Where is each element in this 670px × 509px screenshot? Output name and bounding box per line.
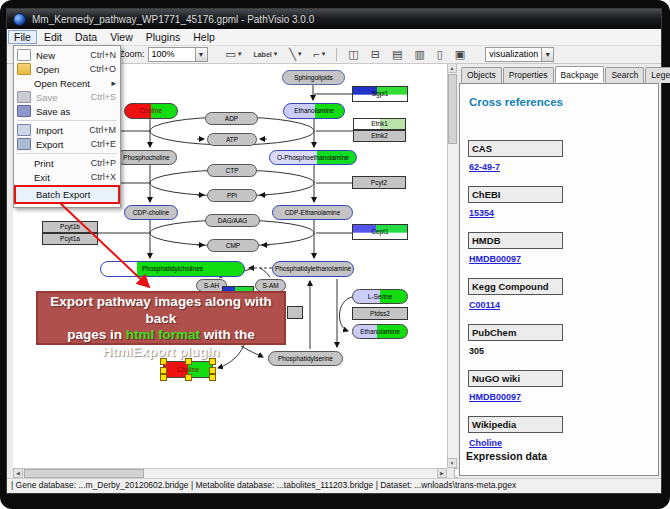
backpage-link-nugo-wiki[interactable]: HMDB00097: [469, 392, 521, 402]
tab-objects[interactable]: Objects: [461, 67, 502, 83]
gene-product-tool-icon: ▭: [226, 47, 236, 62]
common-size-height-button[interactable]: ▣: [451, 46, 469, 63]
canvas-vertical-scrollbar[interactable]: ▲ ▼: [447, 63, 457, 468]
backpage-link-hmdb[interactable]: HMDB00097: [469, 254, 521, 264]
file-menu-item-import[interactable]: ImportCtrl+M: [14, 123, 120, 137]
node-ppi[interactable]: PPi: [207, 189, 257, 202]
stack-vertical-button[interactable]: ▤: [388, 46, 406, 63]
backpage-link-cas[interactable]: 62-49-7: [469, 162, 500, 172]
menu-view[interactable]: View: [104, 30, 139, 44]
align-vertical-center-icon: ⊟: [371, 47, 380, 62]
visualization-dropdown-caret-icon[interactable]: ▼: [541, 48, 553, 61]
backpage-link-kegg-compound[interactable]: C00114: [469, 300, 500, 310]
node-label: Etnk2: [371, 131, 388, 141]
node-etnk2[interactable]: Etnk2: [353, 130, 406, 142]
file-menu-item-open-recent[interactable]: Open Recent▸: [14, 76, 120, 90]
scroll-up-icon[interactable]: ▲: [447, 63, 457, 73]
toolbar-separator: [336, 48, 337, 61]
file-menu-item-exit[interactable]: ExitCtrl+X: [14, 170, 120, 184]
node-reaction-box[interactable]: [287, 306, 303, 319]
open-icon: [17, 63, 31, 75]
node-sgpl1[interactable]: Sgpl1: [352, 86, 408, 102]
line-tool-button[interactable]: ╲▾: [285, 46, 305, 63]
node-cdp-ethanolamine[interactable]: CDP-Ethanolamine: [272, 205, 353, 220]
backpage-content[interactable]: Cross references CAS62-49-7ChEBI15354HMD…: [459, 83, 659, 476]
node-pcyt2[interactable]: Pcyt2: [352, 176, 406, 189]
menu-edit[interactable]: Edit: [38, 30, 68, 44]
node-ctp[interactable]: CTP: [207, 164, 257, 177]
tab-legend[interactable]: Legend: [645, 67, 670, 83]
menu-item-label: Open: [36, 64, 84, 75]
file-menu-item-save-as[interactable]: Save as: [14, 104, 120, 118]
node-l-serine[interactable]: L-Serine: [352, 289, 408, 304]
expression-data-heading: Expression data: [466, 450, 547, 462]
zoom-combobox[interactable]: 100% ▼: [148, 47, 208, 62]
menu-item-label: Save: [36, 92, 85, 103]
tab-backpage[interactable]: Backpage: [555, 66, 605, 82]
cross-references-heading: Cross references: [469, 96, 563, 108]
node-pcyt1b[interactable]: Pcyt1b: [42, 221, 98, 233]
node-sphingolipids[interactable]: Sphingolipids: [282, 70, 345, 85]
side-panel: ObjectsPropertiesBackpageSearchLegend Cr…: [458, 63, 661, 478]
node-adp[interactable]: ADP: [205, 112, 258, 125]
connector-tool-button[interactable]: ⌐▾: [309, 46, 329, 63]
dropdown-caret-icon: ▾: [322, 50, 326, 58]
node-cept1[interactable]: Cept1: [352, 224, 408, 240]
backpage-link-wikipedia[interactable]: Choline: [469, 438, 502, 448]
node-ethanolamine-bottom[interactable]: Ethanolamine: [352, 324, 408, 339]
node-phosphatidylethanolamine[interactable]: Phosphatidylethanolamine: [272, 261, 354, 277]
node-label: Choline: [140, 104, 162, 118]
node-ethanolamine-top[interactable]: Ethanolamine: [283, 103, 345, 119]
common-size-width-button[interactable]: ▯: [433, 46, 447, 63]
node-phosphatidylcholines[interactable]: Phosphatidylcholines: [100, 261, 245, 277]
node-choline-selected[interactable]: Choline: [163, 361, 213, 378]
zoom-dropdown-caret-icon[interactable]: ▼: [195, 48, 207, 61]
menu-icon-empty: [17, 78, 29, 88]
tab-search[interactable]: Search: [605, 67, 644, 83]
label-tool-button[interactable]: Label▾: [249, 46, 281, 63]
node-label: L-Serine: [368, 290, 393, 303]
scroll-right-icon[interactable]: ▶: [437, 468, 447, 478]
visualization-combobox[interactable]: visualization ▼: [485, 47, 554, 62]
file-menu-item-save[interactable]: SaveCtrl+S: [14, 90, 120, 104]
menu-file[interactable]: File: [8, 30, 37, 44]
file-menu-popup: NewCtrl+NOpenCtrl+OOpen Recent▸SaveCtrl+…: [13, 45, 121, 208]
file-menu-item-print[interactable]: PrintCtrl+P: [14, 156, 120, 170]
menu-plugins[interactable]: Plugins: [140, 30, 186, 44]
gene-product-tool-button[interactable]: ▭▾: [222, 46, 246, 63]
title-bar[interactable]: Mm_Kennedy_pathway_WP1771_45176.gpml - P…: [7, 9, 661, 29]
toolbar-tools: ▭▾Label▾╲▾⌐▾◫⊟▤▥▯▣: [220, 46, 472, 63]
horizontal-scroll-thumb[interactable]: [24, 469, 144, 478]
node-choline-top[interactable]: Choline: [124, 103, 178, 119]
node-o-phosphoethanolamine[interactable]: O-Phosphoethanolamine: [269, 150, 357, 165]
node-cdp-choline[interactable]: CDP-choline: [124, 205, 178, 220]
node-etnk1[interactable]: Etnk1: [353, 118, 406, 130]
node-pcyt1a[interactable]: Pcyt1a: [42, 233, 98, 245]
file-menu-item-new[interactable]: NewCtrl+N: [14, 48, 120, 62]
backpage-link-chebi[interactable]: 15354: [469, 208, 494, 218]
menu-data[interactable]: Data: [69, 30, 103, 44]
canvas-horizontal-scrollbar[interactable]: ◀ ▶: [13, 468, 447, 478]
scroll-down-icon[interactable]: ▼: [447, 458, 457, 468]
tab-properties[interactable]: Properties: [503, 67, 554, 83]
file-menu-item-batch-export[interactable]: Batch Export: [14, 185, 120, 204]
menu-item-shortcut: Ctrl+E: [91, 139, 116, 149]
node-atp[interactable]: ATP: [207, 133, 257, 146]
file-menu-item-export[interactable]: ExportCtrl+E: [14, 137, 120, 151]
node-phosphocholine[interactable]: Phosphocholine: [116, 150, 177, 165]
align-vertical-center-button[interactable]: ⊟: [367, 46, 384, 63]
file-menu-item-open[interactable]: OpenCtrl+O: [14, 62, 120, 76]
node-label: Ethanolamine: [294, 104, 334, 118]
node-dag-aag[interactable]: DAG/AAG: [205, 214, 260, 227]
node-label: ATP: [226, 134, 238, 145]
node-label: CDP-choline: [133, 206, 170, 219]
node-ptdss2[interactable]: Ptdss2: [352, 307, 408, 320]
stack-horizontal-button[interactable]: ▥: [410, 46, 428, 63]
node-cmp[interactable]: CMP: [207, 239, 259, 252]
common-size-width-icon: ▯: [437, 47, 443, 62]
menu-item-label: Exit: [34, 172, 85, 183]
align-horizontal-center-button[interactable]: ◫: [344, 46, 362, 63]
menu-help[interactable]: Help: [187, 30, 221, 44]
vertical-scroll-thumb[interactable]: [448, 74, 457, 144]
scroll-left-icon[interactable]: ◀: [13, 468, 23, 478]
